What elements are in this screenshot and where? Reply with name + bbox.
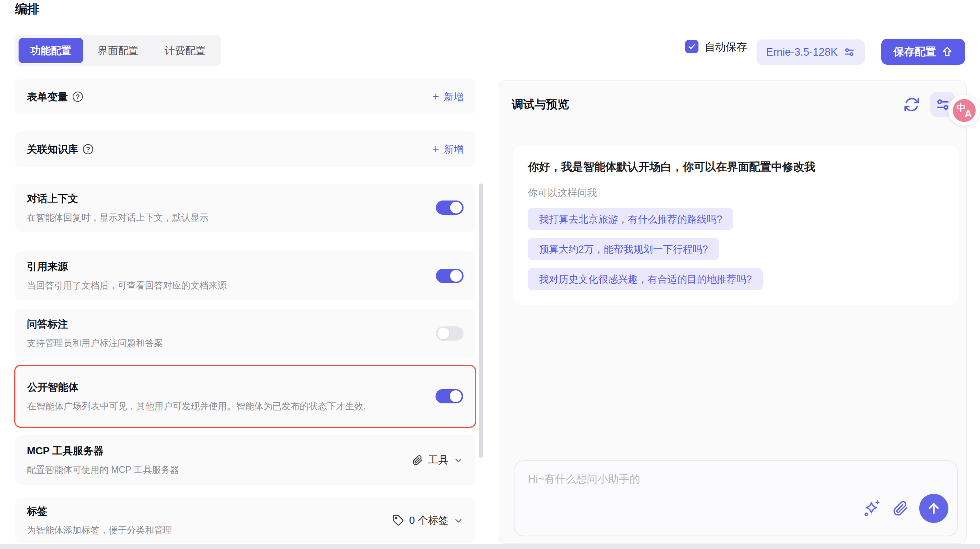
translate-en-glyph: A — [965, 108, 972, 120]
knowledge-base-title-row: 关联知识库 ? — [27, 142, 93, 156]
public-agent-toggle[interactable] — [436, 389, 463, 403]
qa-annotation-desc: 支持管理员和用户标注问题和答案 — [27, 337, 163, 349]
autosave-label: 自动保存 — [704, 40, 747, 54]
plus-icon: + — [432, 91, 439, 103]
translate-icon: 中 A — [953, 99, 976, 122]
attachment-icon[interactable] — [892, 500, 909, 517]
preview-title: 调试与预览 — [512, 97, 569, 112]
conversation-context-desc: 在智能体回复时，显示对话上下文，默认显示 — [27, 212, 208, 224]
tags-selector-label: 0 个标签 — [409, 513, 449, 527]
help-icon[interactable]: ? — [73, 92, 83, 102]
suggestion-chip[interactable]: 预算大约2万，能帮我规划一下行程吗? — [528, 238, 719, 260]
tags-desc: 为智能体添加标签，便于分类和管理 — [27, 524, 172, 536]
public-agent-card-highlighted: 公开智能体 在智能体广场列表中可见，其他用户可发现并使用。智能体为已发布的状态下… — [14, 365, 476, 428]
add-knowledge-base-label: 新增 — [444, 143, 464, 156]
help-icon[interactable]: ? — [83, 144, 93, 154]
translate-extension-button[interactable]: 中 A — [948, 95, 980, 126]
tab-interface-config[interactable]: 界面配置 — [86, 38, 150, 63]
qa-annotation-card: 问答标注 支持管理员和用户标注问题和答案 — [15, 309, 475, 358]
refresh-icon — [903, 96, 920, 113]
qa-annotation-title: 问答标注 — [27, 317, 163, 331]
mcp-tools-selector-label: 工具 — [428, 453, 449, 467]
page-bottom-strip — [0, 544, 980, 549]
add-form-variable-button[interactable]: + 新增 — [432, 90, 464, 103]
add-knowledge-base-button[interactable]: + 新增 — [432, 143, 464, 156]
arrow-up-icon — [926, 501, 941, 516]
tags-title: 标签 — [27, 504, 172, 518]
citation-source-title: 引用来源 — [27, 260, 227, 274]
public-agent-desc: 在智能体广场列表中可见，其他用户可发现并使用。智能体为已发布的状态下才生效, — [27, 400, 366, 412]
autosave-checkbox[interactable] — [685, 40, 698, 53]
conversation-context-toggle[interactable] — [436, 200, 464, 215]
suggestion-chip[interactable]: 我打算去北京旅游，有什么推荐的路线吗? — [528, 208, 733, 230]
tab-function-config[interactable]: 功能配置 — [19, 38, 83, 63]
suggestion-hint: 你可以这样问我 — [528, 186, 944, 199]
knowledge-base-title: 关联知识库 — [27, 142, 78, 156]
chevron-down-icon — [453, 455, 464, 465]
form-variables-title-row: 表单变量 ? — [27, 90, 83, 104]
mcp-tools-card: MCP 工具服务器 配置智能体可使用的 MCP 工具服务器 工具 — [15, 435, 475, 485]
sliders-icon — [935, 97, 950, 112]
tags-selector[interactable]: 0 个标签 — [392, 513, 464, 527]
tune-icon — [843, 46, 855, 58]
sparkle-icon[interactable] — [862, 499, 881, 518]
chevron-down-icon — [453, 515, 464, 526]
check-icon — [687, 42, 697, 51]
chat-input-actions — [862, 494, 948, 523]
mcp-tools-title: MCP 工具服务器 — [27, 444, 179, 458]
mcp-tools-text: MCP 工具服务器 配置智能体可使用的 MCP 工具服务器 — [27, 444, 179, 476]
config-tabbar: 功能配置 界面配置 计费配置 — [15, 35, 221, 66]
mcp-tools-desc: 配置智能体可使用的 MCP 工具服务器 — [27, 464, 179, 476]
agent-greeting: 你好，我是智能体默认开场白，你可以在界面配置中修改我 — [528, 159, 944, 175]
qa-annotation-text: 问答标注 支持管理员和用户标注问题和答案 — [27, 317, 163, 349]
paperclip-icon — [411, 454, 423, 466]
citation-source-text: 引用来源 当回答引用了文档后，可查看回答对应的文档来源 — [27, 260, 227, 292]
public-agent-text: 公开智能体 在智能体广场列表中可见，其他用户可发现并使用。智能体为已发布的状态下… — [27, 380, 366, 412]
upload-arrow-icon — [941, 46, 953, 58]
toggle-knob — [450, 202, 462, 214]
plus-icon: + — [432, 144, 439, 155]
toggle-knob — [437, 328, 449, 339]
citation-source-card: 引用来源 当回答引用了文档后，可查看回答对应的文档来源 — [15, 251, 475, 300]
left-panel-scrollbar[interactable] — [479, 184, 483, 458]
tab-billing-config[interactable]: 计费配置 — [153, 38, 218, 63]
conversation-context-card: 对话上下文 在智能体回复时，显示对话上下文，默认显示 — [15, 184, 475, 232]
mcp-tools-selector[interactable]: 工具 — [411, 453, 464, 467]
tag-icon — [392, 515, 404, 527]
page-title: 编排 — [15, 1, 39, 17]
refresh-button[interactable] — [903, 96, 921, 114]
chat-preview-card: 你好，我是智能体默认开场白，你可以在界面配置中修改我 你可以这样问我 我打算去北… — [514, 146, 958, 305]
toggle-knob — [450, 270, 462, 282]
conversation-context-title: 对话上下文 — [27, 192, 208, 206]
citation-source-toggle[interactable] — [436, 269, 464, 283]
tags-text: 标签 为智能体添加标签，便于分类和管理 — [27, 504, 172, 536]
qa-annotation-toggle[interactable] — [436, 326, 464, 341]
debug-preview-panel: 调试与预览 你好，我是智能体默认开场白，你可以在界面配置中修改我 你可以这样问我… — [499, 80, 967, 544]
form-variables-title: 表单变量 — [27, 90, 68, 104]
tags-card: 标签 为智能体添加标签，便于分类和管理 0 个标签 — [15, 498, 475, 543]
form-variables-card: 表单变量 ? + 新增 — [15, 79, 475, 114]
model-selector-label: Ernie-3.5-128K — [766, 46, 838, 58]
add-form-variable-label: 新增 — [444, 90, 464, 103]
suggestion-chip[interactable]: 我对历史文化很感兴趣，有合适的目的地推荐吗? — [528, 268, 763, 290]
save-config-label: 保存配置 — [894, 45, 936, 59]
orchestration-page: 编排 功能配置 界面配置 计费配置 自动保存 Ernie-3.5-128K 保存… — [0, 0, 980, 549]
conversation-context-text: 对话上下文 在智能体回复时，显示对话上下文，默认显示 — [27, 192, 208, 224]
citation-source-desc: 当回答引用了文档后，可查看回答对应的文档来源 — [27, 279, 227, 292]
toggle-knob — [450, 390, 462, 402]
send-button[interactable] — [919, 494, 948, 523]
save-config-button[interactable]: 保存配置 — [881, 39, 965, 65]
model-selector[interactable]: Ernie-3.5-128K — [757, 39, 865, 65]
chat-input[interactable] — [516, 463, 832, 506]
chat-input-card — [514, 460, 958, 536]
knowledge-base-card: 关联知识库 ? + 新增 — [15, 131, 475, 167]
public-agent-title: 公开智能体 — [27, 380, 366, 394]
